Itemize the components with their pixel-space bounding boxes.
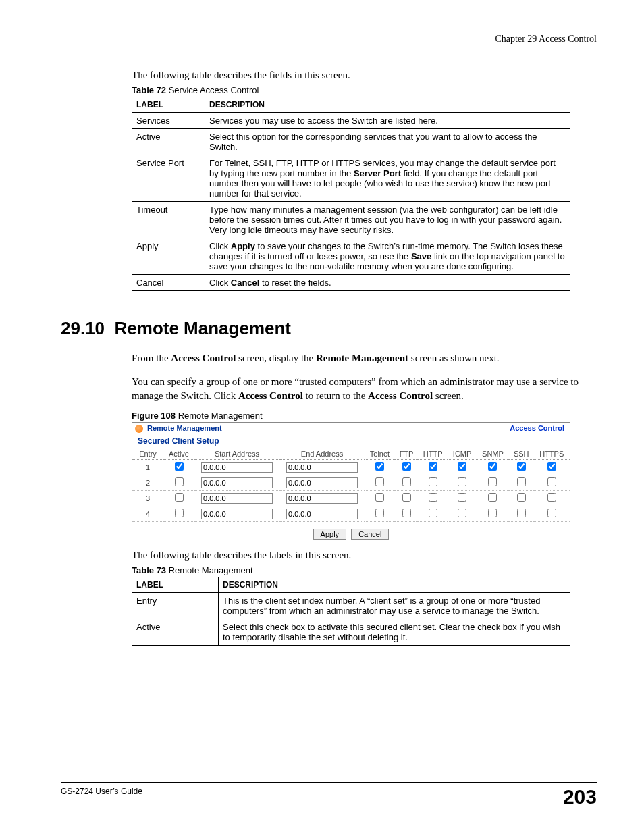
figure-header-row: Entry Active Start Address End Address T… [132,448,570,460]
service-checkbox[interactable] [488,462,497,471]
service-checkbox[interactable] [547,477,556,486]
cancel-button[interactable]: Cancel [351,529,389,540]
service-checkbox[interactable] [375,477,384,486]
service-checkbox[interactable] [375,493,384,502]
service-checkbox[interactable] [375,509,384,517]
table73-caption-num: Table 73 [132,565,166,575]
figure-subtitle: Secured Client Setup [132,435,570,448]
service-checkbox[interactable] [429,493,437,502]
service-checkbox[interactable] [517,509,526,517]
service-checkbox[interactable] [375,462,384,471]
table72-caption: Table 72 Service Access Control [132,85,597,95]
col-end: End Address [279,448,365,460]
section-heading: 29.10 Remote Management [61,318,597,339]
table73-caption-title: Remote Management [166,565,253,575]
col-snmp: SNMP [477,448,509,460]
figure-row: 4 [132,506,570,521]
end-address-input[interactable] [286,462,358,473]
service-checkbox[interactable] [547,509,556,517]
cell-desc: Click Cancel to reset the fields. [205,275,570,291]
service-checkbox[interactable] [547,462,556,471]
start-address-input[interactable] [201,509,273,519]
service-checkbox[interactable] [458,477,466,486]
service-checkbox[interactable] [429,462,437,471]
cell-desc: Services you may use to access the Switc… [205,113,570,129]
service-checkbox[interactable] [458,509,466,517]
col-ssh: SSH [509,448,533,460]
cell-desc: This is the client set index number. A “… [219,592,570,619]
entry-number: 2 [132,475,163,490]
service-checkbox[interactable] [402,462,411,471]
service-checkbox[interactable] [458,462,466,471]
start-address-input[interactable] [201,462,273,473]
table-row: Services Services you may use to access … [132,113,570,129]
service-checkbox[interactable] [547,493,556,502]
start-address-input[interactable] [201,477,273,488]
col-icmp: ICMP [448,448,477,460]
service-checkbox[interactable] [458,493,466,502]
col-ftp: FTP [395,448,418,460]
section-number: 29.10 [61,318,105,338]
end-address-input[interactable] [286,493,358,504]
figure-header: Remote Management Access Control [132,423,570,435]
intro-text-1: The following table describes the fields… [132,70,597,81]
service-checkbox[interactable] [488,493,497,502]
service-checkbox[interactable] [488,509,497,517]
footer-guide: GS-2724 User’s Guide [61,787,142,796]
end-address-input[interactable] [286,477,358,488]
service-checkbox[interactable] [402,509,411,517]
table72-col-label: LABEL [132,97,205,113]
service-checkbox[interactable] [517,477,526,486]
cell-label: Apply [132,238,205,275]
section-title: Remote Management [115,318,292,338]
table-row: Active Select this option for the corres… [132,129,570,155]
cell-label: Services [132,113,205,129]
table-row: Active Select this check box to activate… [132,619,570,645]
intro-text-2: The following table describes the labels… [132,550,597,561]
table73-caption: Table 73 Remote Management [132,565,597,575]
table-row: Timeout Type how many minutes a manageme… [132,202,570,238]
active-checkbox[interactable] [175,509,184,517]
service-checkbox[interactable] [488,477,497,486]
table72-caption-num: Table 72 [132,85,166,95]
access-control-link[interactable]: Access Control [510,424,564,432]
entry-number: 4 [132,506,163,521]
cell-label: Service Port [132,155,205,202]
col-http: HTTP [418,448,448,460]
service-checkbox[interactable] [429,477,437,486]
cell-label: Entry [132,592,219,619]
cell-label: Cancel [132,275,205,291]
table-row: Apply Click Apply to save your changes t… [132,238,570,275]
table72: LABEL DESCRIPTION Services Services you … [132,97,570,291]
table73-col-label: LABEL [132,577,219,592]
entry-number: 3 [132,490,163,506]
figure-buttons: Apply Cancel [132,522,570,540]
service-checkbox[interactable] [402,477,411,486]
apply-button[interactable]: Apply [313,529,347,540]
figure108: Remote Management Access Control Secured… [132,422,570,544]
figure-tab-label: Remote Management [147,424,222,432]
cell-desc: For Telnet, SSH, FTP, HTTP or HTTPS serv… [205,155,570,202]
start-address-input[interactable] [201,493,273,504]
table-row: Cancel Click Cancel to reset the fields. [132,275,570,291]
service-checkbox[interactable] [517,493,526,502]
table72-caption-title: Service Access Control [166,85,259,95]
active-checkbox[interactable] [175,493,184,502]
table-row: Service Port For Telnet, SSH, FTP, HTTP … [132,155,570,202]
end-address-input[interactable] [286,509,358,519]
table73: LABEL DESCRIPTION Entry This is the clie… [132,577,570,646]
figure-row: 3 [132,490,570,506]
figure108-caption-title: Remote Management [176,411,263,421]
figure-tab: Remote Management [132,423,226,434]
col-telnet: Telnet [365,448,395,460]
cell-desc: Select this option for the corresponding… [205,129,570,155]
service-checkbox[interactable] [402,493,411,502]
page-header: Chapter 29 Access Control [61,34,597,49]
footer-page-number: 203 [563,787,597,807]
service-checkbox[interactable] [517,462,526,471]
service-checkbox[interactable] [429,509,437,517]
active-checkbox[interactable] [175,477,184,486]
cell-label: Timeout [132,202,205,238]
active-checkbox[interactable] [175,462,184,471]
figure-row: 2 [132,475,570,490]
